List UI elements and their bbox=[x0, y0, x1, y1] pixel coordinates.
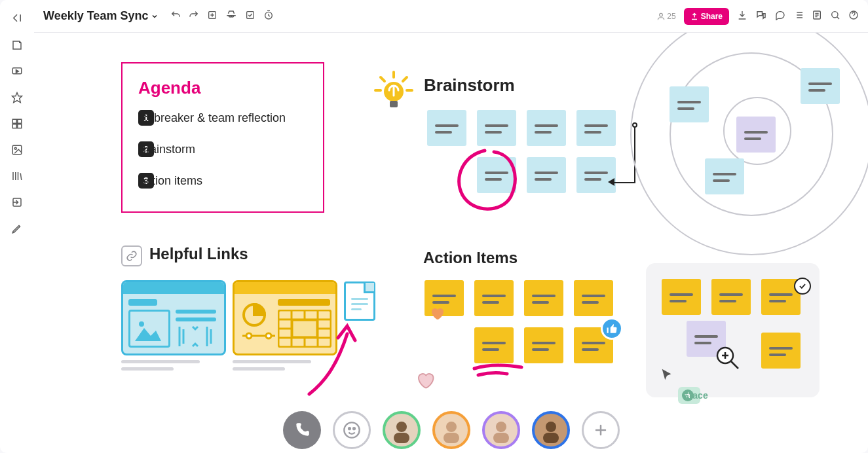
import-tool-icon[interactable] bbox=[11, 196, 23, 208]
sticky-note[interactable] bbox=[524, 327, 563, 363]
link-card[interactable] bbox=[233, 280, 337, 355]
document-title[interactable]: Weekly Team Sync bbox=[43, 9, 159, 23]
sticky-note[interactable] bbox=[427, 110, 466, 146]
svg-point-13 bbox=[660, 13, 663, 16]
presence-count[interactable]: 25 bbox=[656, 12, 675, 21]
svg-rect-3 bbox=[12, 119, 16, 123]
add-participant-button[interactable] bbox=[582, 411, 620, 449]
svg-rect-11 bbox=[247, 11, 254, 18]
svg-rect-4 bbox=[18, 119, 22, 123]
agenda-item[interactable]: 3Action items bbox=[138, 173, 307, 189]
collapse-icon[interactable] bbox=[11, 13, 23, 25]
agenda-item[interactable]: 1Icebreaker & team reflection bbox=[138, 110, 307, 126]
check-badge-icon bbox=[794, 278, 811, 295]
notes-icon[interactable] bbox=[812, 10, 822, 23]
redo-icon[interactable] bbox=[189, 10, 199, 23]
sticky-note[interactable] bbox=[477, 157, 516, 193]
pencil-tool-icon[interactable] bbox=[11, 223, 23, 234]
svg-rect-6 bbox=[18, 124, 22, 128]
svg-point-8 bbox=[14, 147, 16, 149]
talk-icon[interactable] bbox=[755, 9, 767, 24]
svg-line-31 bbox=[381, 77, 385, 81]
sticky-note[interactable] bbox=[801, 68, 840, 104]
svg-marker-18 bbox=[135, 328, 161, 341]
phone-button[interactable] bbox=[283, 411, 321, 449]
svg-rect-29 bbox=[292, 320, 317, 337]
sticky-note[interactable] bbox=[761, 333, 801, 369]
incognito-icon[interactable] bbox=[225, 9, 237, 24]
sticky-note[interactable] bbox=[662, 279, 701, 315]
comment-icon[interactable] bbox=[775, 10, 785, 23]
svg-rect-48 bbox=[443, 433, 459, 443]
star-tool-icon[interactable] bbox=[11, 92, 23, 103]
link-card[interactable] bbox=[121, 280, 226, 355]
chevron-down-icon bbox=[151, 12, 159, 20]
svg-rect-5 bbox=[12, 124, 16, 128]
sticky-note[interactable] bbox=[736, 117, 776, 153]
export-square-icon[interactable] bbox=[207, 10, 217, 23]
sticky-note[interactable] bbox=[474, 280, 514, 316]
participant-avatar[interactable] bbox=[482, 411, 520, 449]
agenda-list: 1Icebreaker & team reflection 2Brainstor… bbox=[138, 110, 307, 189]
thumbs-up-reaction-icon[interactable] bbox=[601, 317, 623, 340]
person-icon bbox=[656, 12, 666, 21]
upload-icon bbox=[690, 12, 698, 20]
svg-rect-7 bbox=[12, 145, 22, 154]
document-icon[interactable] bbox=[344, 281, 375, 321]
sticky-note[interactable] bbox=[574, 280, 613, 316]
participant-avatar[interactable] bbox=[383, 411, 421, 449]
agenda-item[interactable]: 2Brainstorm bbox=[138, 141, 307, 157]
svg-point-49 bbox=[496, 422, 506, 432]
sticky-note[interactable] bbox=[670, 86, 709, 122]
svg-marker-2 bbox=[12, 93, 22, 103]
svg-point-45 bbox=[396, 422, 407, 432]
list-icon[interactable] bbox=[793, 10, 804, 23]
lightbulb-icon bbox=[373, 71, 415, 113]
call-dock bbox=[34, 411, 868, 449]
presence-number: 25 bbox=[667, 12, 675, 21]
agenda-frame[interactable]: Agenda 1Icebreaker & team reflection 2Br… bbox=[121, 62, 324, 213]
sticky-note[interactable] bbox=[477, 110, 516, 146]
helpful-links-heading: Helpful Links bbox=[149, 245, 248, 263]
sticky-note[interactable] bbox=[711, 279, 751, 315]
collaborator-label[interactable]: ★ Grace bbox=[678, 387, 700, 404]
agenda-heading: Agenda bbox=[138, 78, 307, 98]
top-bar: Weekly Team Sync 25 Share bbox=[34, 0, 868, 33]
link-icon bbox=[121, 245, 142, 266]
grid-tool-icon[interactable] bbox=[11, 118, 23, 130]
svg-rect-50 bbox=[493, 433, 509, 443]
svg-rect-37 bbox=[390, 101, 398, 107]
svg-line-39 bbox=[731, 361, 738, 369]
search-icon[interactable] bbox=[830, 10, 840, 23]
sticky-note-tool-icon[interactable] bbox=[11, 39, 23, 51]
action-items-heading: Action Items bbox=[423, 249, 518, 267]
svg-point-21 bbox=[266, 333, 271, 338]
canvas[interactable]: Agenda 1Icebreaker & team reflection 2Br… bbox=[34, 33, 868, 453]
sticky-note[interactable] bbox=[705, 158, 744, 194]
document-title-text: Weekly Team Sync bbox=[43, 9, 148, 23]
participant-avatar[interactable] bbox=[432, 411, 470, 449]
sticky-note[interactable] bbox=[527, 157, 566, 193]
undo-icon[interactable] bbox=[170, 10, 181, 23]
library-tool-icon[interactable] bbox=[11, 170, 23, 182]
reactions-button[interactable] bbox=[333, 411, 371, 449]
image-tool-icon[interactable] bbox=[11, 144, 23, 156]
sticky-note[interactable] bbox=[524, 280, 563, 316]
history-controls bbox=[170, 9, 274, 24]
timer-icon[interactable] bbox=[263, 10, 274, 23]
present-tool-icon[interactable] bbox=[11, 65, 23, 77]
sticky-note[interactable] bbox=[474, 327, 514, 363]
participant-avatar[interactable] bbox=[532, 411, 570, 449]
underline-doodle-icon bbox=[472, 363, 524, 379]
collaborator-name: Grace bbox=[682, 390, 708, 401]
checkbox-icon[interactable] bbox=[245, 10, 255, 23]
share-button[interactable]: Share bbox=[684, 8, 729, 25]
svg-rect-46 bbox=[394, 433, 409, 443]
help-icon[interactable] bbox=[848, 10, 859, 23]
download-icon[interactable] bbox=[737, 10, 747, 23]
svg-point-42 bbox=[344, 422, 359, 437]
svg-point-44 bbox=[353, 427, 355, 429]
sticky-note[interactable] bbox=[527, 110, 566, 146]
svg-point-43 bbox=[349, 427, 350, 429]
share-button-label: Share bbox=[701, 12, 723, 21]
